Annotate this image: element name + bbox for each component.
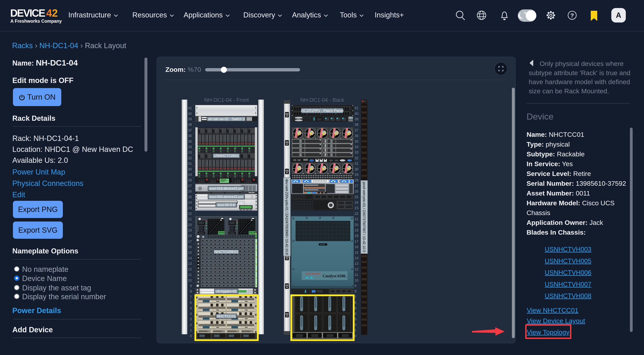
svg-text:41: 41 (188, 106, 192, 110)
svg-text:Catalyst 6500...: Catalyst 6500... (322, 274, 347, 278)
svg-text:13: 13 (188, 262, 192, 266)
svg-text:19: 19 (354, 228, 358, 232)
svg-text:35: 35 (354, 140, 358, 144)
svg-text:38: 38 (188, 123, 192, 126)
svg-text:31: 31 (188, 162, 192, 166)
svg-text:9: 9 (190, 284, 192, 288)
svg-text:18: 18 (354, 234, 358, 238)
svg-text:29: 29 (188, 173, 192, 177)
svg-text:esxi-004.device42.pvt: esxi-004.device42.pvt (210, 195, 243, 199)
svg-text:12: 12 (188, 267, 192, 271)
svg-text:NHCTCORE01: NHCTCORE01 (214, 250, 238, 254)
svg-text:16: 16 (188, 245, 192, 249)
svg-text:6: 6 (190, 300, 192, 304)
svg-text:37: 37 (188, 128, 192, 132)
svg-text:42: 42 (46, 8, 58, 19)
svg-text:?: ? (570, 12, 574, 18)
svg-text:nh-hyperv-02: nh-hyperv-02 (216, 290, 236, 293)
svg-text:17: 17 (354, 240, 358, 244)
svg-text:USNHCTC0001: USNHCTC0001 (214, 154, 239, 158)
svg-text:DC1R1PP1 - Patch Panel: DC1R1PP1 - Patch Panel (301, 108, 344, 113)
svg-text:Cisco Systems: Cisco Systems (305, 272, 321, 275)
svg-text:12: 12 (354, 267, 358, 271)
svg-text:24: 24 (354, 200, 358, 204)
svg-text:35: 35 (188, 140, 192, 144)
svg-text:34: 34 (354, 145, 358, 149)
svg-text:7: 7 (354, 295, 356, 299)
svg-text:esxi-90-0-6: esxi-90-0-6 (218, 203, 235, 207)
svg-text:10: 10 (354, 278, 358, 282)
svg-text:30: 30 (188, 167, 192, 171)
svg-text:7: 7 (190, 295, 192, 299)
svg-text:A: A (616, 11, 621, 19)
svg-text:22: 22 (354, 212, 358, 216)
svg-text:21: 21 (354, 217, 358, 221)
svg-text:DEVICE: DEVICE (10, 8, 46, 19)
svg-text:32: 32 (188, 156, 192, 160)
svg-text:38: 38 (354, 123, 358, 126)
svg-text:33: 33 (354, 150, 358, 154)
svg-text:esxi-016.device42.pvt: esxi-016.device42.pvt (210, 186, 243, 190)
svg-text:39: 39 (188, 117, 192, 121)
svg-text:8: 8 (354, 290, 356, 293)
svg-text:dev-vert-220v-pdu-01 / ZA10470: dev-vert-220v-pdu-01 / ZA1047003969 / 10… (285, 179, 289, 255)
svg-text:19: 19 (188, 228, 192, 232)
svg-text:3: 3 (190, 317, 192, 321)
svg-text:0: 0 (354, 334, 356, 338)
svg-text:25: 25 (188, 195, 192, 199)
svg-text:33: 33 (188, 150, 192, 154)
svg-text:5: 5 (354, 306, 356, 310)
svg-text:36: 36 (188, 134, 192, 138)
svg-text:25: 25 (354, 195, 358, 199)
svg-text:27: 27 (188, 184, 192, 188)
svg-text:3: 3 (354, 317, 356, 321)
svg-text:39: 39 (354, 117, 358, 121)
svg-text:8: 8 (190, 290, 192, 293)
svg-text:2: 2 (354, 323, 356, 327)
svg-text:20: 20 (354, 223, 358, 227)
svg-text:NH-DC1-04 - Back: NH-DC1-04 - Back (300, 97, 344, 103)
svg-text:prod-vert-pdu-01 / ZA073700768: prod-vert-pdu-01 / ZA0737007687 / 10.42.… (362, 182, 366, 252)
svg-text:NHCTCC01: NHCTCC01 (217, 314, 236, 318)
svg-text:34: 34 (188, 145, 192, 149)
svg-text:21: 21 (188, 217, 192, 221)
svg-text:27: 27 (354, 184, 358, 188)
svg-text:26: 26 (188, 190, 192, 193)
svg-text:11: 11 (188, 273, 192, 277)
svg-text:26: 26 (354, 190, 358, 193)
svg-text:2: 2 (190, 323, 192, 327)
svg-text:40: 40 (354, 112, 358, 116)
svg-text:17: 17 (188, 240, 192, 244)
svg-text:18: 18 (188, 234, 192, 238)
svg-text:14: 14 (188, 256, 192, 260)
svg-text:9: 9 (354, 284, 356, 288)
svg-text:15: 15 (188, 251, 192, 254)
svg-text:31: 31 (354, 162, 358, 166)
svg-text:20: 20 (188, 223, 192, 227)
svg-text:A Freshworks Company: A Freshworks Company (10, 18, 62, 24)
svg-text:41: 41 (354, 106, 358, 110)
svg-text:29: 29 (354, 173, 358, 177)
svg-text:28: 28 (354, 178, 358, 182)
svg-text:22: 22 (188, 212, 192, 216)
svg-text:11: 11 (354, 273, 358, 277)
svg-text:10: 10 (188, 278, 192, 282)
svg-text:36: 36 (354, 134, 358, 138)
svg-text:16: 16 (354, 245, 358, 249)
svg-text:5: 5 (190, 306, 192, 310)
svg-text:13: 13 (354, 262, 358, 266)
svg-text:6: 6 (354, 300, 356, 304)
svg-text:32: 32 (354, 156, 358, 160)
svg-text:0: 0 (190, 334, 192, 338)
svg-text:23: 23 (188, 206, 192, 210)
svg-text:30: 30 (354, 167, 358, 171)
svg-text:40: 40 (188, 112, 192, 116)
svg-text:1: 1 (354, 328, 356, 332)
svg-text:4: 4 (354, 312, 356, 316)
svg-text:4: 4 (190, 312, 192, 316)
svg-text:NH-DC1-04 - Front: NH-DC1-04 - Front (204, 97, 249, 103)
svg-text:37: 37 (354, 128, 358, 132)
svg-text:1: 1 (190, 328, 192, 332)
svg-text:wh-lab-sw-02 - Switch 3: wh-lab-sw-02 - Switch 3 (208, 117, 244, 121)
svg-text:23: 23 (354, 206, 358, 210)
